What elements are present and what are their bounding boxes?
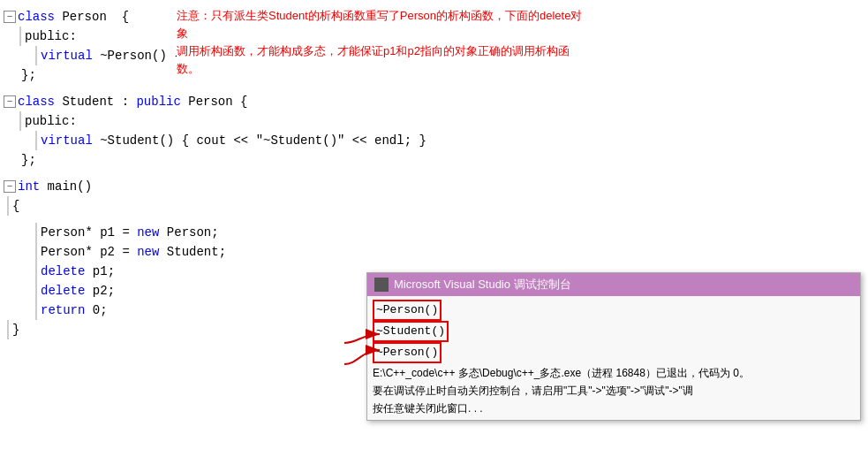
vbar-16 [35, 262, 37, 281]
kw-class-6: class [18, 92, 55, 111]
code-line-12: { [4, 196, 868, 216]
console-app-icon [374, 278, 389, 292]
kw-class-1: class [18, 7, 55, 27]
collapse-1[interactable]: − [4, 11, 16, 23]
console-info-2: 要在调试停止时自动关闭控制台，请启用"工具"->"选项"->"调试"->"调 [373, 383, 855, 399]
code-line-8: virtual ~Student() { cout << "~Student()… [32, 131, 868, 150]
console-info-1: E:\C++_code\c++ 多态\Debug\c++_多态.exe（进程 1… [373, 365, 855, 381]
output-highlight-2: ~Student() [373, 321, 449, 342]
collapse-11[interactable]: − [4, 180, 16, 193]
vbar-19 [7, 320, 9, 339]
console-popup: Microsoft Visual Studio 调试控制台 ~Person() … [366, 272, 861, 421]
code-line-9: }; [4, 150, 868, 170]
note-line1: 注意：只有派生类Student的析构函数重写了Person的析构函数，下面的de… [177, 7, 583, 42]
vbar-12 [7, 196, 9, 216]
console-output-1: ~Person() [373, 300, 855, 321]
vbar-3 [35, 46, 37, 65]
note-line2: 调用析构函数，才能构成多态，才能保证p1和p2指向的对象正确的调用析构函数。 [177, 42, 583, 78]
code-line-7: public: [16, 111, 868, 131]
output-highlight-1: ~Person() [373, 300, 442, 321]
console-title: Microsoft Visual Studio 调试控制台 [394, 277, 571, 293]
vbar-15 [35, 242, 37, 262]
console-titlebar: Microsoft Visual Studio 调试控制台 [367, 273, 860, 296]
vbar-2 [19, 27, 21, 46]
vbar-8 [35, 131, 37, 150]
vbar-7 [19, 111, 21, 131]
vbar-18 [35, 301, 37, 320]
code-line-6: − class Student : public Person { [0, 92, 868, 111]
console-info-3: 按任意键关闭此窗口. . . [373, 400, 855, 416]
vbar-14 [35, 223, 37, 242]
vbar-17 [35, 281, 37, 301]
note-box: 注意：只有派生类Student的析构函数重写了Person的析构函数，下面的de… [177, 7, 583, 78]
console-body: ~Person() ~Student() ~Person() E:\C++_co… [367, 296, 860, 420]
code-line-15: Person* p2 = new Student; [32, 242, 868, 262]
output-highlight-3: ~Person() [373, 342, 442, 363]
console-output-3: ~Person() [373, 342, 855, 363]
collapse-6[interactable]: − [4, 95, 16, 108]
code-line-11: − int main() [0, 177, 868, 196]
console-output-2: ~Student() [373, 321, 855, 342]
code-line-14: Person* p1 = new Person; [32, 223, 868, 242]
